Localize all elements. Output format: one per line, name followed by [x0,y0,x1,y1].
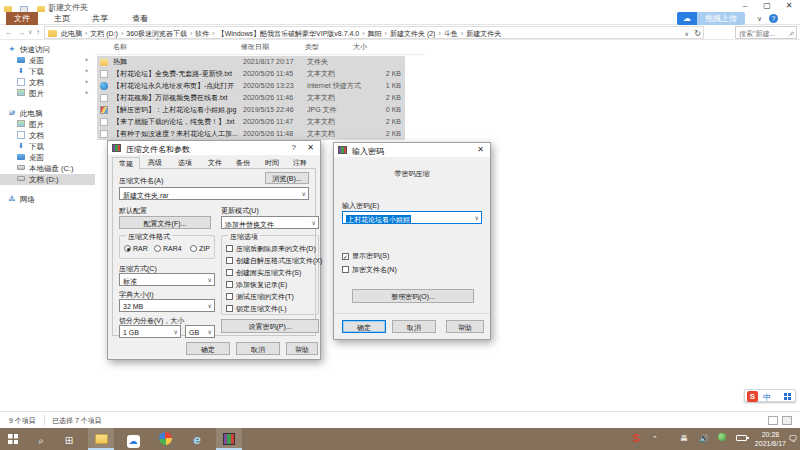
sidebar-item-pc-documents[interactable]: 文档 [0,130,95,141]
file-row-txt[interactable]: 【村花视频】万部视频免费在线看.txt 2020/5/26 11:46 文本文档… [97,92,405,104]
file-row-txt[interactable]: 【村花论坛】全免费-无套路-更新快.txt 2020/5/26 11:45 文本… [97,68,405,80]
details-view-icon[interactable] [768,416,778,425]
dialog-help-icon[interactable]: ? [292,143,296,152]
taskbar-internet-explorer[interactable]: e [184,428,210,450]
address-dropdown-icon[interactable]: ∨ [685,30,689,37]
tray-sogou-icon[interactable]: S [628,428,644,450]
profiles-button[interactable]: 配置文件(F)... [119,216,211,229]
sidebar-item-pc-downloads[interactable]: ⬇下载 [0,141,95,152]
back-icon[interactable]: ← [5,28,13,37]
rar-help-button[interactable]: 帮助 [286,342,318,355]
sidebar-item-drive-d[interactable]: 文档 (D:) [0,174,95,185]
file-row-txt[interactable]: 【有种子如没速度？来村花论坛人工加... 2020/5/26 11:48 文本文… [97,128,405,140]
baidu-netdisk-icon[interactable]: ☁ [677,12,697,25]
checkbox-sfx[interactable]: 创建自解压格式压缩文件(X) [226,256,322,266]
split-unit-select[interactable]: GB [185,325,215,338]
help-icon[interactable]: ? [769,14,778,23]
search-input[interactable]: 搜索"新建... [735,26,797,39]
checkbox-recovery[interactable]: 添加恢复记录(E) [226,280,287,290]
sidebar-item-drive-c[interactable]: 本地磁盘 (C:) [0,163,95,174]
ribbon-collapse-icon[interactable]: ∨ [757,15,762,23]
taskbar-file-explorer[interactable] [88,428,114,450]
archive-name-input[interactable]: 新建文件夹.rar [119,187,309,200]
taskbar-360-browser[interactable] [152,428,178,450]
radio-rar[interactable]: RAR [124,245,148,252]
recent-locations-icon[interactable]: ∨ [28,28,32,35]
organize-passwords-button[interactable]: 整理密码(O)... [352,289,474,303]
checkbox-solid[interactable]: 创建固实压缩文件(S) [226,268,301,278]
tray-hidden-icons-chevron[interactable]: ⌃ [648,428,662,450]
sidebar-item-downloads[interactable]: ⬇下载 [0,66,95,77]
column-header-date[interactable]: 修改日期 [241,42,269,52]
breadcrumb-segment[interactable]: 【Windows】酷我音乐破解豪华VIP版v8.7.4.0 [218,29,368,39]
tray-battery-icon[interactable] [732,428,750,450]
thumbnail-view-icon[interactable] [782,416,792,425]
taskbar-winrar[interactable] [216,428,242,450]
split-size-select[interactable]: 1 GB [119,325,181,338]
start-button[interactable] [0,428,26,450]
file-row-txt[interactable]: 【来了就能下载的论坛，纯免费！】.txt 2020/5/26 11:47 文本文… [97,116,405,128]
breadcrumb-segment[interactable]: 此电脑 [61,29,90,39]
close-button[interactable]: ✕ [778,0,800,12]
tab-file[interactable]: 文件 [6,12,38,25]
sidebar-item-pc-desktop[interactable]: 桌面 [0,152,95,163]
dialog-close-icon[interactable]: ✕ [477,145,484,154]
password-ok-button[interactable]: 确定 [342,320,386,333]
drag-upload-button[interactable]: 拖拽上传 [697,12,745,25]
file-row-folder[interactable]: 热舞 2021/8/17 20:17 文件夹 [97,56,405,68]
tab-view[interactable]: 查看 [124,12,156,25]
radio-zip[interactable]: ZIP [190,245,210,252]
taskbar-search-button[interactable]: ⌕ [28,428,54,450]
sidebar-item-pc-pictures[interactable]: 图片 [0,119,95,130]
up-icon[interactable]: ↑ [36,28,40,37]
minimize-button[interactable]: – [734,0,756,12]
column-header-name[interactable]: 名称 [113,42,127,52]
tab-home[interactable]: 主页 [46,12,78,25]
tab-share[interactable]: 共享 [84,12,116,25]
refresh-icon[interactable]: ↻ [694,29,701,38]
browse-button[interactable]: 浏览(B)... [265,172,309,184]
sidebar-item-pictures[interactable]: 图片 [0,88,95,99]
taskbar-clock[interactable]: 20:28 2021/8/17 [755,430,786,448]
checkbox-show-password[interactable]: ✓显示密码(S) [342,251,389,261]
forward-icon[interactable]: → [17,28,25,37]
dialog-close-icon[interactable]: ✕ [307,143,314,152]
dictionary-select[interactable]: 32 MB [119,299,215,312]
breadcrumb-segment[interactable]: 舞阳 [368,29,390,39]
rar-tab-general[interactable]: 常规 [112,157,140,169]
address-field[interactable]: 此电脑 文档 (D:) 360极速浏览器下载 软件 【Windows】酷我音乐破… [44,26,704,39]
tray-volume-icon[interactable]: 🔊 [696,428,712,450]
sidebar-item-desktop[interactable]: 桌面 [0,55,95,66]
action-center-button[interactable]: 🗨 [786,428,800,450]
sogou-logo-icon[interactable]: S [747,391,758,402]
password-input[interactable]: 上村花论坛看小姐姐 [342,211,482,224]
checkbox-test[interactable]: 测试压缩的文件(T) [226,292,294,302]
taskbar-baidu-netdisk[interactable]: ☁ [120,428,146,450]
sidebar-item-quick-access[interactable]: ★快速访问 [0,44,95,55]
sidebar-item-this-pc[interactable]: 🖳此电脑 [0,108,95,119]
set-password-button[interactable]: 设置密码(P)... [221,319,319,333]
maximize-button[interactable]: ▢ [756,0,778,12]
breadcrumb-segment[interactable]: 新建文件夹 (2) [390,29,444,39]
method-select[interactable]: 标准 [119,273,215,286]
tray-usb-icon[interactable]: 🖶 [676,428,692,450]
breadcrumb-segment[interactable]: 新建文件夹 [466,29,507,39]
baidu-upload-overlay[interactable]: ☁ 拖拽上传 [677,12,745,25]
checkbox-lock[interactable]: 锁定压缩文件(L) [226,304,287,314]
breadcrumb-segment[interactable]: 文档 (D:) [90,29,126,39]
sidebar-item-network[interactable]: 🖧网络 [0,194,95,205]
sidebar-item-documents[interactable]: 文档 [0,77,95,88]
input-toolbox-icon[interactable] [784,393,791,400]
radio-rar4[interactable]: RAR4 [154,245,182,252]
input-mode-indicator[interactable]: 中 [763,392,771,403]
rar-cancel-button[interactable]: 取消 [236,342,280,355]
rar-ok-button[interactable]: 确定 [186,342,230,355]
file-row-shortcut[interactable]: 【村花论坛永久地址发布页】-点此打开 2020/5/26 13:23 Inter… [97,80,405,92]
password-cancel-button[interactable]: 取消 [392,320,436,333]
task-view-button[interactable]: ⊞ [56,428,82,450]
breadcrumb-segment[interactable]: 斗鱼 [444,29,466,39]
breadcrumb-segment[interactable]: 软件 [195,29,217,39]
checkbox-encrypt-names[interactable]: 加密文件名(N) [342,265,397,275]
checkbox-delete-after[interactable]: 压缩后删除原来的文件(D) [226,244,316,254]
column-header-type[interactable]: 类型 [305,42,319,52]
